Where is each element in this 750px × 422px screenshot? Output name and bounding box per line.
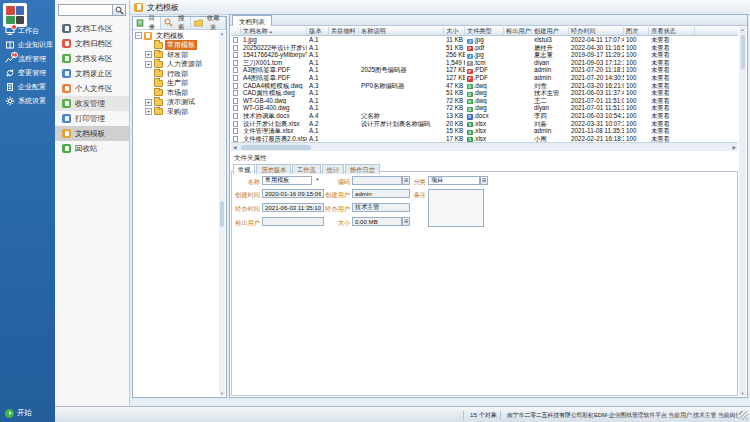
tree-scrollbar[interactable]: ▲ ▼ [219,31,225,396]
expand-icon[interactable]: + [145,51,152,58]
created-time-field[interactable] [262,189,324,198]
search-input[interactable] [58,4,113,16]
properties-tab-3[interactable]: 统计 [322,164,344,174]
column-header[interactable]: 关联物料 [329,27,359,35]
scroll-up-icon[interactable]: ▲ [741,27,745,32]
properties-tab-0[interactable]: 常规 [233,164,255,174]
tree-node[interactable]: +常用模板 [135,41,218,51]
tree-node[interactable]: +行政部 [135,69,218,79]
file-row[interactable]: 三刀X001.tcmA.11,549 KBT.tcmdiyan2021-09-0… [231,59,738,67]
cell-size: 17 KB [444,135,465,143]
nav-item-settings[interactable]: 系统设置 [0,94,55,108]
tree-node[interactable]: +生产部 [135,79,218,89]
file-row[interactable]: 文件修订履历表2.0.xlsxA.117 KBX.xlsx小周2022-02-2… [231,135,738,143]
handle-time-field[interactable] [262,203,324,212]
tree-node[interactable]: +市场部 [135,88,218,98]
column-header[interactable]: 检出用户 [504,27,532,35]
nav-item-config[interactable]: 企业配置 [0,80,55,94]
cell-time: 2021-07-01 11:51:02 [569,97,624,105]
expand-icon[interactable]: + [145,61,152,68]
file-row[interactable]: 文件管理清单.xlsxA.115 KBX.xlsxadmin2021-11-08… [231,127,738,135]
sidebar-item-0[interactable]: 文档工作区 [55,21,129,36]
properties-form: 名称 * 编码 ⊞ 分类 ⊞ 创建时间 创建用户 备注 经办时间 [231,171,738,396]
sidebar-item-3[interactable]: 文档废止区 [55,66,129,81]
column-header[interactable]: 版本 [307,27,329,35]
column-header[interactable]: 查看状态 [649,27,695,35]
cell-sheet: 100 [624,82,649,90]
sidebar-item-4[interactable]: 个人文件区 [55,81,129,96]
nav-item-change[interactable]: 变更管理 [0,66,55,80]
sidebar-item-6[interactable]: 打印管理 [55,111,129,126]
search-button[interactable] [113,4,126,16]
sidebar-item-5[interactable]: 收发管理 [55,96,129,111]
category-field[interactable] [428,176,480,185]
size-browse-button[interactable]: ⊞ [402,217,410,226]
expand-icon[interactable]: + [145,99,152,106]
tree-node[interactable]: +演示测试 [135,98,218,108]
code-field[interactable] [352,176,402,185]
tree-toolbar-0[interactable]: 目录 [133,17,161,29]
file-row[interactable]: WT-GB-40.dwgA.172 KBD.dwg王二2021-07-01 11… [231,97,738,105]
file-row[interactable]: A4图纸签章.PDFA.1127 KBP.PDFadmin2021-07-20 … [231,74,738,82]
panel-scrollbar[interactable]: ▲ ▼ [739,27,746,396]
category-browse-button[interactable]: ⊞ [480,176,488,185]
file-row[interactable]: 1.jpgA.111 KBJ.jpgxistul32022-04-11 17:0… [231,36,738,44]
resize-grip[interactable] [739,411,748,420]
properties-tab-2[interactable]: 工作流 [292,164,321,174]
expand-icon[interactable]: + [145,108,152,115]
tree-node[interactable]: +人力资源部 [135,60,218,70]
scroll-down-icon[interactable]: ▼ [220,391,224,396]
handle-user-field[interactable] [352,203,410,212]
scroll-down-icon[interactable]: ▼ [741,391,745,396]
scroll-up-icon[interactable]: ▲ [220,31,224,36]
scroll-thumb[interactable] [220,201,224,227]
cell-desc [359,89,444,97]
cell-creator: 夏志童 [532,51,569,59]
tab-file-list[interactable]: 文档列表 [232,15,272,26]
tree-toolbar-1[interactable]: 搜索 [161,17,190,29]
checkout-user-field[interactable] [262,217,324,226]
file-row[interactable]: 设计开发计划表.xlsxA.2设计开发计划表名称编码20 KBX.xlsx刘备2… [231,120,738,128]
nav-item-workbench[interactable]: 工作台 [0,24,55,38]
column-header[interactable]: 图次 [624,27,649,35]
column-header[interactable]: 大小 [444,27,465,35]
start-button[interactable]: 开始 [5,408,32,418]
sidebar-item-1[interactable]: 文档归档区 [55,36,129,51]
file-row[interactable]: CAD属性模板.dwgA.151 KBD.dwg技术主管2021-06-03 1… [231,89,738,97]
scroll-right-icon[interactable]: ▶ [733,145,736,150]
nav-item-process[interactable]: 流程管理2 [0,52,55,66]
file-row[interactable]: WT-GB-400.dwgA.172 KBD.dwgdiyan2021-07-0… [231,104,738,112]
file-table-hscrollbar[interactable]: ◀ ▶ [231,143,738,151]
properties-tab-4[interactable]: 操作日志 [345,164,380,174]
tree-node[interactable]: +采购部 [135,107,218,117]
note-field[interactable] [428,189,484,227]
column-header[interactable]: 文件类型 [465,27,504,35]
scroll-thumb[interactable] [241,145,311,150]
sidebar-item-8[interactable]: 回收站 [55,141,129,156]
file-row[interactable]: 技术协调单.docxA.4父名称13 KBD.docx李四2021-06-03 … [231,112,738,120]
tree-root[interactable]: −文档模板 [135,31,218,41]
created-user-field[interactable] [352,189,410,198]
file-icon-cell [231,51,241,59]
file-row[interactable]: CADA4横框模板.dwgA.3PP0名称编码器47 KBD.dwg刘雪2021… [231,82,738,90]
sidebar-item-2[interactable]: 文档发布区 [55,51,129,66]
file-row[interactable]: A3图纸签章.PDFA.12025图号编码器127 KBP.PDFadmin20… [231,66,738,74]
column-header[interactable]: 名称说明 [359,27,444,35]
size-field[interactable] [352,217,402,226]
nav-item-knowledge[interactable]: 企业知识库 [0,38,55,52]
column-header[interactable]: 文档名称▲ [241,27,307,35]
sidebar-item-7[interactable]: 文档模板 [55,126,129,141]
name-field[interactable] [262,176,312,185]
properties-tab-1[interactable]: 历史版本 [256,164,291,174]
tree-node[interactable]: +研发部 [135,50,218,60]
column-header[interactable]: 创建用户 [532,27,569,35]
file-row[interactable]: 1541766426-yMlbxrpvTF.jpgA.1256 KBJ.jpg夏… [231,51,738,59]
scroll-left-icon[interactable]: ◀ [233,145,236,150]
tree-toolbar-2[interactable]: 收藏夹 [191,17,226,29]
tree-panel: 目录搜索收藏夹 −文档模板+常用模板+研发部+人力资源部+行政部+生产部+市场部… [132,16,227,398]
collapse-icon[interactable]: − [135,32,142,39]
file-row[interactable]: 20250222年设计开发计划表_...A.151 KBP.pdf屠桂升2022… [231,44,738,52]
cell-version: A.1 [307,51,329,59]
scroll-thumb[interactable] [741,35,745,69]
column-header[interactable]: 经办时间 [569,27,624,35]
